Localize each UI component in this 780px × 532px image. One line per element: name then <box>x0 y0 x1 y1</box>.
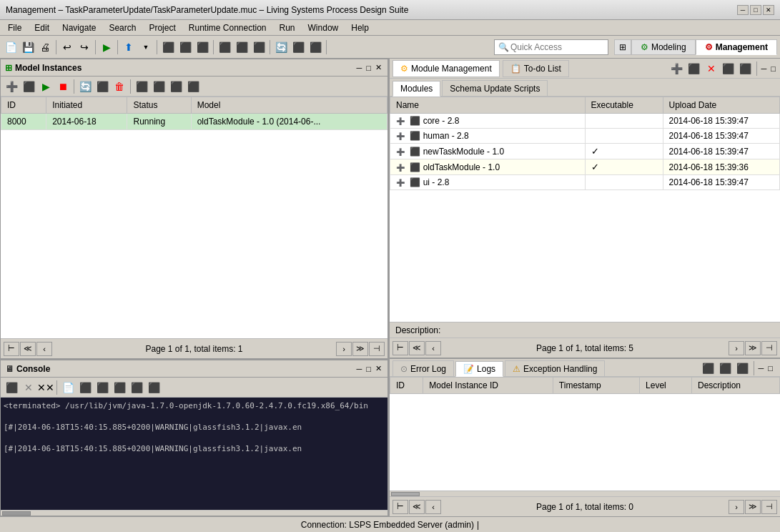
last-page-btn[interactable]: ⊣ <box>369 342 385 356</box>
play-btn[interactable]: ▶ <box>38 79 54 94</box>
logs-prev-btn[interactable]: ‹ <box>425 500 441 514</box>
tool-btn-6[interactable]: ⬛ <box>151 79 167 94</box>
logs-minimize-btn[interactable]: ─ <box>757 364 766 373</box>
undo-btn[interactable]: ↩ <box>59 39 75 55</box>
menu-file[interactable]: File <box>3 21 26 35</box>
logs-first-btn[interactable]: ⊢ <box>393 500 408 514</box>
menu-window[interactable]: Window <box>303 21 344 35</box>
logs-tool-1[interactable]: ⬛ <box>701 360 716 376</box>
tool-btn-8[interactable]: ⬛ <box>185 79 201 94</box>
toolbar-btn-5[interactable]: ⬛ <box>160 39 176 55</box>
maximize-panel-btn[interactable]: □ <box>365 64 372 72</box>
first-page-btn[interactable]: ⊢ <box>4 342 19 356</box>
expand-icon[interactable]: ➕ <box>396 132 405 140</box>
logs-tool-3[interactable]: ⬛ <box>735 360 751 376</box>
table-row[interactable]: ➕ ⬛ newTaskModule - 1.0 ✓ 2014-06-18 15:… <box>390 144 780 159</box>
toolbar-btn-12[interactable]: ⬛ <box>290 39 306 55</box>
module-management-tab[interactable]: ⚙ Module Management <box>393 60 500 77</box>
mm-prev-btn[interactable]: ‹ <box>425 341 441 355</box>
console-tool-4[interactable]: 📄 <box>60 380 76 395</box>
console-tool-6[interactable]: ⬛ <box>94 380 110 395</box>
view-icon-btn[interactable]: ⊞ <box>614 39 631 55</box>
console-maximize-btn[interactable]: □ <box>365 365 372 373</box>
tool-btn-4[interactable]: 🗑 <box>112 79 127 94</box>
mm-next-btn[interactable]: › <box>729 341 744 355</box>
stop-btn[interactable]: ⏹ <box>55 79 71 94</box>
logs-scrollbar[interactable] <box>390 491 780 496</box>
expand-icon[interactable]: ➕ <box>396 148 405 156</box>
table-row[interactable]: ➕ ⬛ human - 2.8 2014-06-18 15:39:47 <box>390 129 780 144</box>
logs-next-btn[interactable]: › <box>729 500 744 514</box>
deploy-btn[interactable]: ⬆ <box>121 39 137 55</box>
menu-edit[interactable]: Edit <box>29 21 54 35</box>
save-btn[interactable]: 💾 <box>20 39 36 55</box>
tool-btn-2[interactable]: ⬛ <box>21 79 36 94</box>
exception-handling-tab[interactable]: ⚠ Exception Handling <box>505 360 605 376</box>
logs-tool-2[interactable]: ⬛ <box>718 360 734 376</box>
table-row[interactable]: 8000 2014-06-18 Running oldTaskModule - … <box>1 114 387 130</box>
close-panel-btn[interactable]: ✕ <box>374 63 383 72</box>
expand-icon[interactable]: ➕ <box>396 117 405 125</box>
toolbar-btn-9[interactable]: ⬛ <box>234 39 250 55</box>
console-minimize-btn[interactable]: ─ <box>355 365 364 373</box>
tool-btn-5[interactable]: ⬛ <box>134 79 149 94</box>
add-instance-btn[interactable]: ➕ <box>4 79 19 94</box>
toolbar-btn-10[interactable]: ⬛ <box>251 39 267 55</box>
expand-icon[interactable]: ➕ <box>396 164 405 172</box>
console-tool-1[interactable]: ⬛ <box>4 380 19 395</box>
menu-run[interactable]: Run <box>275 21 300 35</box>
modules-tab[interactable]: Modules <box>393 81 440 97</box>
menu-project[interactable]: Project <box>144 21 180 35</box>
console-tool-7[interactable]: ⬛ <box>112 380 127 395</box>
logs-next2-btn[interactable]: ≫ <box>745 500 761 514</box>
table-row[interactable]: ➕ ⬛ ui - 2.8 2014-06-18 15:39:47 <box>390 175 780 190</box>
console-tool-2[interactable]: ✕ <box>21 380 36 395</box>
logs-prev2-btn[interactable]: ≪ <box>409 500 425 514</box>
mm-add-btn[interactable]: ➕ <box>669 61 685 77</box>
menu-navigate[interactable]: Navigate <box>57 21 101 35</box>
management-tab[interactable]: ⚙ Management <box>696 39 777 55</box>
console-tool-8[interactable]: ⬛ <box>129 380 144 395</box>
quick-access-input[interactable] <box>494 39 608 55</box>
menu-search[interactable]: Search <box>104 21 141 35</box>
expand-icon[interactable]: ➕ <box>396 179 405 187</box>
logs-tab[interactable]: 📝 Logs <box>455 361 503 377</box>
schema-update-tab[interactable]: Schema Update Scripts <box>442 80 548 96</box>
maximize-button[interactable]: □ <box>750 5 761 15</box>
mm-prev2-btn[interactable]: ≪ <box>409 341 425 355</box>
mm-next2-btn[interactable]: ≫ <box>745 341 761 355</box>
toolbar-btn-6[interactable]: ⬛ <box>177 39 193 55</box>
redo-btn[interactable]: ↪ <box>76 39 92 55</box>
prev-prev-btn[interactable]: ≪ <box>20 342 36 356</box>
toolbar-btn-7[interactable]: ⬛ <box>194 39 210 55</box>
console-tool-5[interactable]: ⬛ <box>77 380 93 395</box>
close-button[interactable]: ✕ <box>763 5 774 15</box>
mm-first-btn[interactable]: ⊢ <box>393 341 408 355</box>
mm-tool-4[interactable]: ⬛ <box>721 61 736 77</box>
minimize-button[interactable]: ─ <box>737 5 749 15</box>
todo-list-tab[interactable]: 📋 To-do List <box>503 60 569 77</box>
mm-tool-5[interactable]: ⬛ <box>738 61 754 77</box>
print-btn[interactable]: 🖨 <box>37 39 53 55</box>
toolbar-btn-8[interactable]: ⬛ <box>217 39 232 55</box>
new-btn[interactable]: 📄 <box>3 39 19 55</box>
deploy-drop[interactable]: ▼ <box>138 39 154 55</box>
mm-delete-btn[interactable]: ✕ <box>704 61 719 77</box>
toolbar-btn-11[interactable]: 🔄 <box>273 39 289 55</box>
prev-btn[interactable]: ‹ <box>36 342 52 356</box>
next-next-btn[interactable]: ≫ <box>352 342 368 356</box>
toolbar-btn-13[interactable]: ⬛ <box>307 39 323 55</box>
refresh-btn[interactable]: 🔄 <box>77 79 93 94</box>
console-close-btn[interactable]: ✕ <box>374 364 383 373</box>
logs-last-btn[interactable]: ⊣ <box>761 500 777 514</box>
next-btn[interactable]: › <box>336 342 352 356</box>
mm-last-btn[interactable]: ⊣ <box>761 341 777 355</box>
console-scrollbar[interactable] <box>1 510 387 516</box>
minimize-panel-btn[interactable]: ─ <box>355 64 364 72</box>
table-row[interactable]: ➕ ⬛ oldTaskModule - 1.0 ✓ 2014-06-18 15:… <box>390 159 780 175</box>
run-btn[interactable]: ▶ <box>99 39 114 55</box>
mm-tool-2[interactable]: ⬛ <box>686 61 702 77</box>
tool-btn-3[interactable]: ⬛ <box>94 79 110 94</box>
table-row[interactable]: ➕ ⬛ core - 2.8 2014-06-18 15:39:47 <box>390 114 780 129</box>
mm-minimize-btn[interactable]: ─ <box>760 64 769 73</box>
